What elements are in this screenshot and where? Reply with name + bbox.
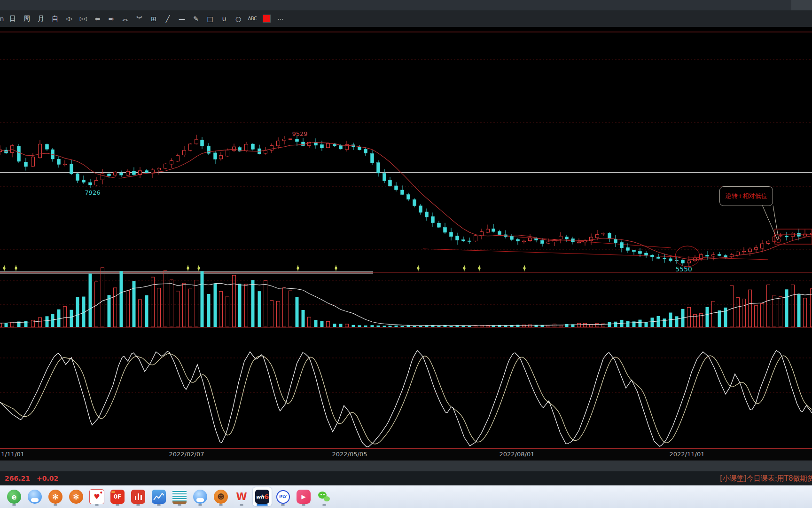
date-label: 2022/08/01 (500, 451, 535, 458)
taskbar-browser-blue-button[interactable] (25, 487, 44, 506)
running-indicator (322, 504, 326, 506)
running-indicator (54, 504, 57, 506)
taskbar-stock-of-button[interactable]: 0F88 (108, 487, 127, 506)
running-indicator (219, 504, 223, 506)
toolbar-arc-tool[interactable]: ∪ (218, 13, 230, 25)
running-indicator (198, 504, 202, 506)
browser-blue2-icon (193, 490, 207, 504)
status-bar: 266.21 +0.02 [小课堂]今日课表:用T8做期货量化交 (0, 471, 812, 485)
taskbar-notepad-button[interactable] (170, 487, 189, 506)
running-indicator (178, 504, 181, 506)
date-axis: 1/11/012022/02/072022/05/052022/08/01202… (0, 448, 812, 460)
notepad-icon (172, 490, 187, 504)
taskbar-wh6-trading-button[interactable]: wh6 (253, 487, 272, 506)
wh6-trading-icon: wh6 (255, 490, 269, 504)
toolbar-text-tool[interactable]: ABC (246, 13, 258, 25)
price-label-trough-mid: 5550 (675, 266, 692, 272)
quote-price: 266.21 (5, 475, 30, 482)
toolbar-more-tools[interactable]: ⋯ (274, 13, 287, 25)
running-indicator (12, 504, 16, 506)
windows-taskbar: e✻✻♥♦0F88☻Wwh6iFLY▶ (0, 485, 812, 508)
running-indicator (240, 504, 243, 506)
running-indicator (302, 504, 305, 506)
wenhua-app-icon: ✻ (48, 490, 62, 504)
trading-app-window: n日周月自◁▷▷◁⇦⇨︽︾⊞╱—✎□∪○ABC⋯ 9529 7926 5550 … (0, 0, 812, 508)
window-titlebar (0, 0, 812, 10)
price-label-peak: 9529 (292, 131, 307, 137)
browser-360-icon: e (7, 490, 21, 504)
toolbar-pencil-tool[interactable]: ✎ (190, 13, 202, 25)
toolbar-period-custom[interactable]: 自 (49, 13, 61, 25)
taskbar-tiger-app-button[interactable]: ☻ (211, 487, 230, 506)
annotation-callout[interactable]: 逆转+相对低位 (719, 186, 773, 206)
taskbar-browser-blue2-button[interactable] (191, 487, 210, 506)
toolbar-grid-layout[interactable]: ⊞ (148, 13, 160, 25)
candlestick-chart[interactable] (0, 0, 812, 448)
titlebar-highlight (791, 0, 812, 10)
toolbar-expand-bars[interactable]: ▷◁ (77, 13, 89, 25)
running-indicator (257, 504, 268, 506)
wechat-icon (317, 490, 331, 504)
taskbar-wenhua-app2-button[interactable]: ✻ (67, 487, 86, 506)
solitaire-icon: ♥♦ (89, 489, 104, 504)
toolbar-period-month[interactable]: 月 (35, 13, 47, 25)
toolbar-ellipse-tool[interactable]: ○ (232, 13, 244, 25)
video-app-icon: ▶ (297, 490, 311, 504)
toolbar-pan-right[interactable]: ⇨ (105, 13, 117, 25)
taskbar-stock-kline-button[interactable] (129, 487, 148, 506)
ifly-input-icon: iFLY (276, 490, 290, 504)
toolbar-period-day[interactable]: 日 (7, 13, 19, 25)
taskbar-stock-chart-button[interactable] (149, 487, 168, 506)
drawing-toolbar: n日周月自◁▷▷◁⇦⇨︽︾⊞╱—✎□∪○ABC⋯ (0, 10, 812, 27)
running-indicator (116, 504, 119, 506)
taskbar-solitaire-button[interactable]: ♥♦ (87, 487, 106, 506)
toolbar-rectangle-tool[interactable]: □ (204, 13, 216, 25)
taskbar-browser-360-button[interactable]: e (5, 487, 23, 506)
toolbar-trendline-tool[interactable]: ╱ (162, 13, 174, 25)
running-indicator (95, 504, 99, 506)
wps-icon: W (234, 490, 249, 504)
stock-of-icon: 0F88 (110, 490, 125, 504)
date-label: 2022/11/01 (670, 451, 705, 458)
toolbar-compress-bars[interactable]: ◁▷ (63, 13, 75, 25)
toolbar-pan-left[interactable]: ⇦ (91, 13, 103, 25)
color-swatch-red[interactable] (263, 15, 271, 23)
taskbar-wenhua-app-button[interactable]: ✻ (46, 487, 65, 506)
toolbar-horizontal-line-tool[interactable]: — (176, 13, 188, 25)
stock-kline-icon (131, 490, 145, 504)
taskbar-ifly-input-button[interactable]: iFLY (273, 487, 292, 506)
tiger-app-icon: ☻ (214, 490, 228, 504)
bottom-separator-strip (0, 460, 812, 471)
taskbar-wps-button[interactable]: W (232, 487, 251, 506)
toolbar-page-down[interactable]: ︾ (133, 13, 146, 25)
browser-blue-icon (28, 490, 42, 504)
taskbar-wechat-button[interactable] (315, 487, 334, 506)
toolbar-partial-icon: n (0, 13, 4, 25)
toolbar-period-week[interactable]: 周 (21, 13, 33, 25)
date-label: 2022/05/05 (332, 451, 367, 458)
price-label-trough-left: 7926 (85, 190, 100, 196)
running-indicator (281, 504, 285, 506)
running-indicator (136, 504, 140, 506)
date-label: 2022/02/07 (169, 451, 204, 458)
toolbar-page-up[interactable]: ︽ (119, 13, 132, 25)
toolbar-color-swatch[interactable] (260, 13, 273, 25)
running-indicator (157, 504, 161, 506)
quote-change: +0.02 (37, 475, 58, 482)
stock-chart-icon (152, 490, 166, 504)
wenhua-app2-icon: ✻ (69, 490, 83, 504)
news-ticker[interactable]: [小课堂]今日课表:用T8做期货量化交 (720, 474, 812, 483)
taskbar-video-app-button[interactable]: ▶ (294, 487, 313, 506)
date-label: 1/11/01 (1, 451, 24, 458)
